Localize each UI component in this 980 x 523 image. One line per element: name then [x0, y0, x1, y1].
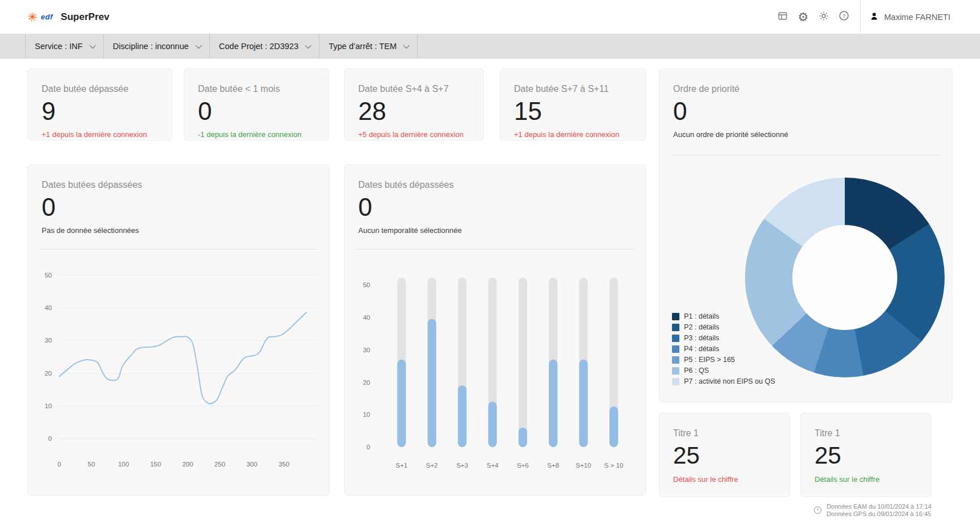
legend-item-p4: P4 : détails — [672, 345, 775, 353]
legend-swatch — [672, 335, 679, 342]
legend-item-p6: P6 : QS — [672, 367, 775, 375]
svg-text:S+10: S+10 — [576, 462, 591, 469]
line-card-subtitle: Pas de donnée sélectionnées — [42, 226, 315, 235]
legend-label: P4 : détails — [684, 345, 719, 353]
app-title: SuperPrev — [61, 11, 110, 23]
footer-gps-timestamp: Données GPS du 09/01/2024 à 16:45 — [827, 510, 932, 518]
filter-discipline[interactable]: Discipline : inconnue — [103, 34, 209, 59]
mini-card-title: Titre 1 — [673, 428, 776, 438]
bar-card-title: Dates butés dépassées — [358, 180, 632, 190]
legend-label: P5 : EIPS > 165 — [684, 356, 735, 364]
line-card-value: 0 — [42, 194, 315, 220]
legend-item-p1: P1 : détails — [672, 312, 775, 320]
priority-title: Ordre de priorité — [673, 84, 938, 94]
sun-icon — [818, 10, 829, 24]
svg-text:?: ? — [843, 13, 845, 19]
legend-item-p7: P7 : activité non EIPS ou QS — [672, 377, 775, 385]
svg-text:20: 20 — [44, 370, 52, 377]
svg-text:30: 30 — [363, 347, 370, 353]
filter-discipline-label: Discipline : inconnue — [113, 42, 189, 51]
clock-icon — [813, 505, 823, 516]
svg-text:100: 100 — [118, 461, 129, 468]
help-icon: ? — [838, 10, 850, 24]
svg-text:S+2: S+2 — [426, 462, 438, 469]
legend-label: P2 : détails — [684, 323, 719, 331]
legend-swatch — [672, 313, 679, 320]
kpi-delta: +5 depuis la dernière connexion — [358, 130, 469, 139]
kpi-card-date-butee-depassee: Date butée dépassée 9 +1 depuis la derni… — [27, 69, 172, 140]
user-menu[interactable]: Maxime FARNETI — [869, 11, 980, 23]
bar-chart-card: Dates butés dépassées 0 Aucun temporalit… — [344, 164, 646, 496]
svg-text:S+8: S+8 — [547, 462, 559, 469]
kpi-card-date-butee-s7-s11: Date butée S+7 à S+11 15 +1 depuis la de… — [500, 69, 646, 140]
top-bar: ✳ edf SuperPrev ⚙ ? Maxime FARNETI — [0, 0, 980, 34]
filter-bar: Service : INF Discipline : inconnue Code… — [0, 34, 980, 59]
mini-card-value: 25 — [673, 443, 776, 468]
divider — [671, 155, 941, 155]
bar-card-subtitle: Aucun temporalité sélectionnée — [358, 226, 632, 235]
data-timestamps: Données EAM du 10/01/2024 à 17:14 Donnée… — [813, 503, 932, 519]
svg-text:350: 350 — [278, 461, 289, 468]
mini-card-titre1-green: Titre 1 25 Détails sur le chiffre — [800, 413, 932, 497]
theme-toggle-button[interactable] — [813, 7, 834, 27]
edf-flame-icon: ✳ — [26, 10, 39, 23]
svg-text:20: 20 — [363, 379, 370, 386]
mini-card-title: Titre 1 — [815, 428, 917, 438]
line-chart: 50403020100050100150200250300350 — [28, 256, 330, 485]
edf-logo: ✳ edf — [27, 11, 53, 23]
user-name: Maxime FARNETI — [884, 13, 950, 22]
kpi-card-date-butee-1-mois: Date butée < 1 mois 0 -1 depuis la derni… — [184, 69, 329, 140]
table-view-icon — [777, 10, 788, 24]
bar-chart: 50403020100S+1S+2S+3S+4S+6S+8S+10S > 10 — [345, 256, 647, 485]
legend-label: P7 : activité non EIPS ou QS — [684, 377, 775, 385]
table-view-button[interactable] — [772, 7, 793, 27]
legend-swatch — [672, 378, 679, 385]
chevron-down-icon — [90, 42, 96, 49]
kpi-card-date-butee-s4-s7: Date butée S+4 à S+7 28 +5 depuis la der… — [344, 69, 484, 140]
legend-swatch — [672, 345, 679, 353]
svg-text:50: 50 — [363, 281, 370, 288]
svg-text:10: 10 — [363, 411, 370, 418]
divider — [39, 249, 318, 250]
filter-code-projet-label: Code Projet : 2D3923 — [219, 42, 298, 51]
donut-legend: P1 : détails P2 : détails P3 : détails P… — [672, 312, 775, 385]
kpi-title: Date butée < 1 mois — [198, 84, 315, 94]
mini-card-detail: Détails sur le chiffre — [673, 475, 776, 484]
svg-text:300: 300 — [246, 461, 257, 468]
filter-service-label: Service : INF — [35, 42, 83, 51]
legend-swatch — [672, 367, 679, 375]
bar-card-value: 0 — [358, 194, 632, 220]
footer-eam-timestamp: Données EAM du 10/01/2024 à 17:14 — [827, 503, 932, 511]
mini-card-detail: Détails sur le chiffre — [815, 475, 917, 484]
divider — [356, 249, 634, 250]
filter-type-arret[interactable]: Type d’arrêt : TEM — [319, 34, 418, 59]
svg-text:200: 200 — [182, 461, 193, 468]
svg-text:40: 40 — [363, 314, 370, 321]
svg-text:S > 10: S > 10 — [604, 462, 623, 469]
settings-button[interactable]: ⚙ — [793, 7, 813, 27]
svg-text:150: 150 — [150, 461, 161, 468]
kpi-value: 28 — [358, 98, 469, 124]
svg-text:30: 30 — [44, 337, 52, 344]
line-card-title: Dates butées dépassées — [42, 180, 315, 190]
priority-donut-card: Ordre de priorité 0 Aucun ordre de prior… — [659, 69, 953, 403]
help-button[interactable]: ? — [834, 7, 855, 27]
mini-card-value: 25 — [815, 443, 917, 468]
chevron-down-icon — [305, 42, 311, 49]
svg-text:S+6: S+6 — [517, 462, 529, 469]
priority-subtitle: Aucun ordre de priorité sélectionné — [673, 130, 938, 139]
svg-text:0: 0 — [367, 444, 370, 450]
legend-item-p3: P3 : détails — [672, 334, 775, 342]
header-divider — [860, 0, 861, 34]
filter-code-projet[interactable]: Code Projet : 2D3923 — [209, 34, 319, 59]
svg-text:50: 50 — [88, 461, 95, 468]
svg-text:0: 0 — [58, 461, 61, 468]
svg-text:50: 50 — [44, 272, 52, 279]
chevron-down-icon — [403, 42, 410, 49]
priority-value: 0 — [673, 98, 938, 124]
filter-service[interactable]: Service : INF — [25, 34, 103, 59]
person-icon — [869, 11, 880, 23]
svg-text:S+4: S+4 — [487, 462, 499, 469]
legend-label: P1 : détails — [684, 312, 719, 320]
kpi-delta: +1 depuis la dernière connexion — [42, 130, 158, 139]
